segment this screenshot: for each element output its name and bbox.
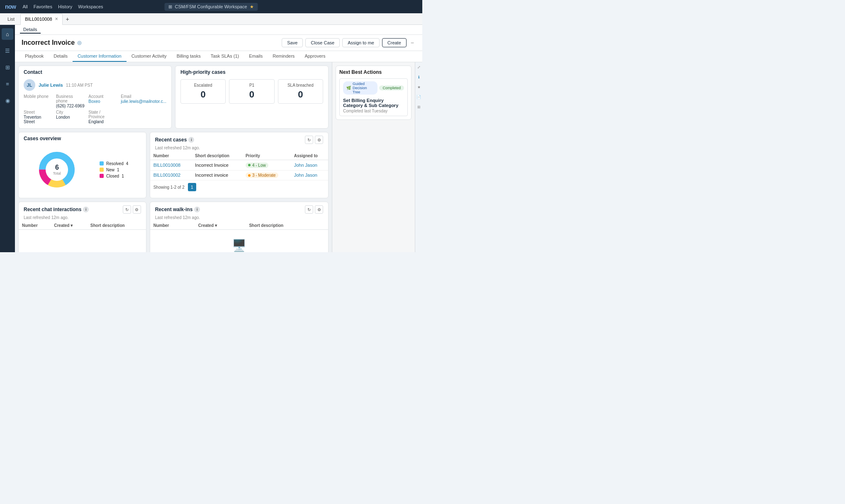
sidebar-grid-icon[interactable]: ⊞ <box>2 61 13 73</box>
sidebar-list-icon[interactable]: ≡ <box>2 78 13 90</box>
walkins-refresh-button[interactable]: ↻ <box>305 205 313 214</box>
tab-approvers[interactable]: Approvers <box>300 51 330 62</box>
add-tab-button[interactable]: + <box>64 16 71 22</box>
recent-walkins-tools: ↻ ⚙ <box>305 205 323 214</box>
right-section: Next Best Actions 🌿 Guided Decision Tree… <box>332 62 422 252</box>
rs-expand-icon[interactable]: ⤢ <box>416 64 422 71</box>
legend-new-count: 1 <box>117 168 119 172</box>
tab-list[interactable]: List <box>3 13 19 25</box>
priority-sla-count: 0 <box>282 89 319 100</box>
chat-header-row: Number Created ▾ Short description <box>19 222 146 230</box>
priority-p1-label: P1 <box>233 83 270 88</box>
priority-sla-label: SLA breached <box>282 83 319 88</box>
cell-description: Incorrect invoice <box>192 170 242 180</box>
tab-task-slas[interactable]: Task SLAs (1) <box>206 51 244 62</box>
rs-info-icon[interactable]: ℹ <box>416 74 422 80</box>
workspace-tab[interactable]: ⊞ CSM/FSM Configurable Workspace ★ <box>164 3 258 11</box>
case-number-link[interactable]: BILL0010002 <box>153 173 180 178</box>
tab-details[interactable]: Details <box>49 51 73 62</box>
create-button[interactable]: Create <box>382 38 407 47</box>
assign-to-me-button[interactable]: Assign to me <box>342 38 380 47</box>
tab-billing-tasks[interactable]: Billing tasks <box>172 51 206 62</box>
cases-overview-card: Cases overview <box>18 132 146 198</box>
contact-time: 11:10 AM PST <box>66 83 93 88</box>
rs-star-icon[interactable]: ★ <box>416 84 422 90</box>
nav-favorites[interactable]: Favorites <box>34 4 52 9</box>
recent-cases-info-icon[interactable]: i <box>188 137 194 143</box>
recent-cases-title-text: Recent cases <box>155 137 187 143</box>
page-number[interactable]: 1 <box>188 183 196 191</box>
top-navigation: now All Favorites History Workspaces ⊞ C… <box>0 0 422 13</box>
details-subtab[interactable]: Details <box>20 26 41 34</box>
high-priority-header: High-priority cases <box>175 66 328 77</box>
tab-bill[interactable]: BILL0010008 ✕ <box>20 13 62 25</box>
chat-refresh-button[interactable]: ↻ <box>123 205 131 214</box>
left-panels: Contact JL Julie Lewis 11:10 AM PST <box>15 62 332 252</box>
recent-chat-header: Recent chat interactions i ↻ ⚙ <box>19 202 146 215</box>
tab-playbook[interactable]: Playbook <box>20 51 49 62</box>
field-email-value[interactable]: julie.lewis@mailnotor.c... <box>121 99 166 104</box>
field-city: City London <box>56 110 85 124</box>
action-badge: 🌿 Guided Decision Tree <box>343 81 377 95</box>
col-assigned: Assigned to <box>291 152 328 160</box>
field-city-label: City <box>56 110 85 114</box>
walkins-settings-button[interactable]: ⚙ <box>315 205 323 214</box>
cell-number: BILL0010008 <box>150 160 192 170</box>
legend-resolved-count: 4 <box>126 161 129 166</box>
assigned-link[interactable]: John Jason <box>294 163 317 168</box>
nav-all[interactable]: All <box>23 4 28 9</box>
rs-doc-icon[interactable]: 📄 <box>416 94 422 100</box>
case-number-link[interactable]: BILL0010008 <box>153 163 180 168</box>
high-priority-body: Escalated 0 P1 0 SLA breached 0 <box>175 77 328 108</box>
field-account: Account Boxeo <box>88 94 117 108</box>
tab-customer-activity[interactable]: Customer Activity <box>127 51 172 62</box>
action-completed-badge: Completed <box>379 85 404 90</box>
table-header-row: Number Short description Priority Assign… <box>150 152 328 160</box>
field-street-value: Treverton Street <box>24 115 53 124</box>
legend-closed-dot <box>100 174 104 178</box>
header-actions: Save Close Case Assign to me Create − <box>282 38 416 47</box>
workspace-star-icon[interactable]: ★ <box>250 4 254 10</box>
refresh-button[interactable]: ↻ <box>305 136 313 144</box>
sidebar-menu-icon[interactable]: ☰ <box>2 45 13 56</box>
donut-total-label: Total <box>53 171 61 175</box>
nav-history[interactable]: History <box>58 4 72 9</box>
contact-card-header: Contact <box>19 66 171 77</box>
close-tab-icon[interactable]: ✕ <box>55 17 58 21</box>
empty-icon: 🖥️ <box>232 239 246 252</box>
settings-button[interactable]: ⚙ <box>315 136 323 144</box>
recent-walkins-header: Recent walk-ins i ↻ ⚙ <box>150 202 328 215</box>
close-case-button[interactable]: Close Case <box>305 38 340 47</box>
high-priority-row: Escalated 0 P1 0 SLA breached 0 <box>180 79 323 104</box>
sidebar-chart-icon[interactable]: ◉ <box>2 95 13 106</box>
tab-reminders[interactable]: Reminders <box>268 51 300 62</box>
recent-walkins-title-text: Recent walk-ins <box>155 207 193 212</box>
window-minimize-icon[interactable]: − <box>409 39 416 46</box>
rs-grid-icon[interactable]: ⊞ <box>416 104 422 110</box>
field-state: State / Province England <box>88 110 117 124</box>
assigned-link[interactable]: John Jason <box>294 173 317 178</box>
tab-emails[interactable]: Emails <box>244 51 268 62</box>
field-email: Email julie.lewis@mailnotor.c... <box>121 94 166 108</box>
priority-escalated: Escalated 0 <box>180 79 226 104</box>
sidebar-home-icon[interactable]: ⌂ <box>2 28 13 40</box>
tab-bill-label: BILL0010008 <box>25 17 52 22</box>
col-description: Short description <box>192 152 242 160</box>
contact-avatar: JL <box>24 79 35 91</box>
chat-col-description: Short description <box>87 222 146 230</box>
field-street: Street Treverton Street <box>24 110 53 124</box>
chat-settings-button[interactable]: ⚙ <box>133 205 141 214</box>
tab-customer-information[interactable]: Customer Information <box>73 51 127 62</box>
save-button[interactable]: Save <box>282 38 303 47</box>
nav-workspaces[interactable]: Workspaces <box>78 4 103 9</box>
field-account-value[interactable]: Boxeo <box>88 99 117 104</box>
contact-name[interactable]: Julie Lewis <box>39 83 63 88</box>
recent-cases-header: Recent cases i ↻ ⚙ <box>150 132 328 146</box>
workspace-label: CSM/FSM Configurable Workspace <box>175 4 247 9</box>
pin-icon[interactable]: ◎ <box>77 40 81 46</box>
recent-chat-info-icon[interactable]: i <box>83 207 89 212</box>
recent-walkins-info-icon[interactable]: i <box>194 207 200 212</box>
walkins-col-number: Number <box>150 222 195 230</box>
col-priority: Priority <box>242 152 291 160</box>
record-header: Incorrect Invoice ◎ Save Close Case Assi… <box>15 35 422 51</box>
